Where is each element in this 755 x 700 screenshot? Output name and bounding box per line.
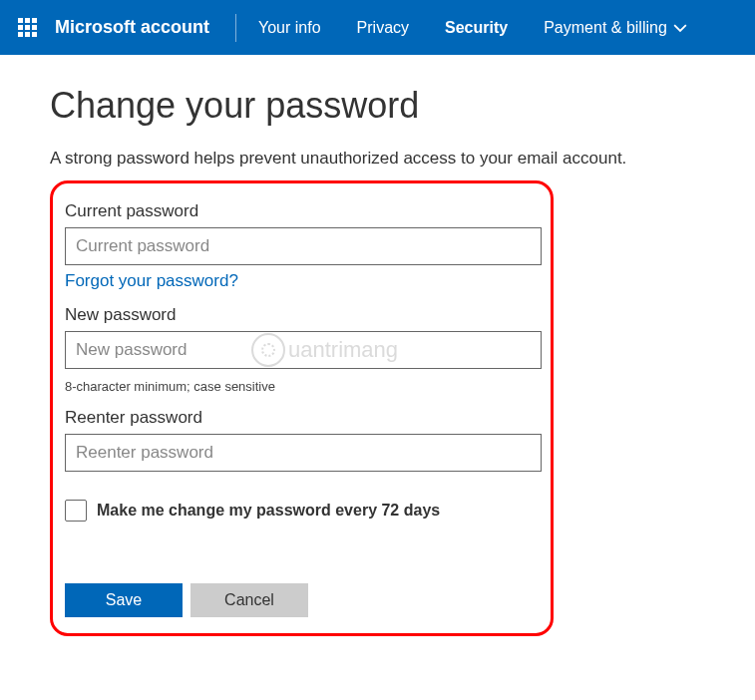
password-hint: 8-character minimum; case sensitive xyxy=(65,379,539,394)
forgot-password-link[interactable]: Forgot your password? xyxy=(65,271,238,291)
new-password-label: New password xyxy=(65,305,539,325)
nav-security[interactable]: Security xyxy=(427,19,526,37)
change-72-days-label: Make me change my password every 72 days xyxy=(97,502,440,520)
save-button[interactable]: Save xyxy=(65,583,183,617)
cancel-button[interactable]: Cancel xyxy=(190,583,308,617)
password-form-box: Current password Forgot your password? N… xyxy=(50,180,554,636)
reenter-password-label: Reenter password xyxy=(65,408,539,428)
nav-payment-label: Payment & billing xyxy=(544,19,667,37)
nav-bar: Your info Privacy Security Payment & bil… xyxy=(240,19,705,37)
brand-title[interactable]: Microsoft account xyxy=(55,17,231,38)
header-divider xyxy=(235,14,236,42)
content-area: Change your password A strong password h… xyxy=(0,55,755,666)
change-72-days-checkbox[interactable] xyxy=(65,500,87,522)
nav-privacy[interactable]: Privacy xyxy=(339,19,427,37)
chevron-down-icon xyxy=(673,21,687,35)
current-password-label: Current password xyxy=(65,201,539,221)
button-row: Save Cancel xyxy=(65,583,539,617)
new-password-input[interactable] xyxy=(65,331,542,369)
header-bar: Microsoft account Your info Privacy Secu… xyxy=(0,0,755,55)
reenter-password-input[interactable] xyxy=(65,434,542,472)
nav-payment-billing[interactable]: Payment & billing xyxy=(526,19,705,37)
page-title: Change your password xyxy=(50,85,705,127)
app-launcher-icon[interactable] xyxy=(18,18,37,37)
nav-your-info[interactable]: Your info xyxy=(240,19,339,37)
current-password-input[interactable] xyxy=(65,227,542,265)
checkbox-row: Make me change my password every 72 days xyxy=(65,500,539,522)
page-subtitle: A strong password helps prevent unauthor… xyxy=(50,149,705,169)
